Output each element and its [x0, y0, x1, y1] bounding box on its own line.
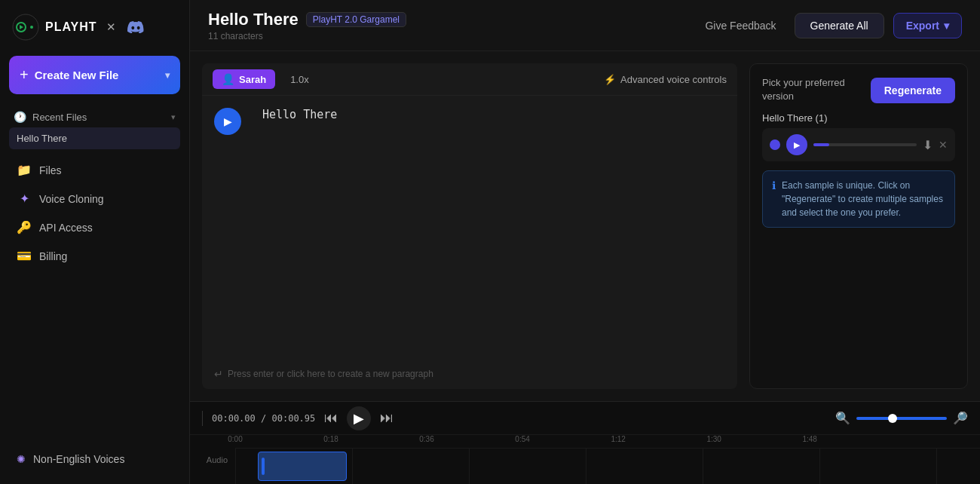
voice-person-icon: 👤 [222, 73, 234, 85]
track-ruler: 0:00 0:18 0:36 0:54 1:12 1:30 1:48 [235, 435, 980, 484]
files-icon: 📁 [17, 163, 32, 177]
skip-back-button[interactable]: ⏮ [324, 410, 338, 426]
version-play-icon: ▶ [794, 140, 800, 150]
advanced-voice-controls-button[interactable]: ⚡ Advanced voice controls [604, 74, 727, 85]
generate-all-button[interactable]: Generate All [795, 13, 884, 38]
zoom-out-button[interactable]: 🔍 [835, 411, 850, 425]
version-play-button[interactable]: ▶ [786, 134, 807, 155]
ruler-mark-1: 0:18 [323, 435, 338, 443]
zoom-slider[interactable] [856, 417, 947, 420]
main-content: Hello There PlayHT 2.0 Gargamel 11 chara… [190, 0, 980, 484]
files-label: Files [39, 164, 62, 176]
paragraph-hint-text: Press enter or click here to create a ne… [228, 369, 433, 379]
regenerate-button[interactable]: Regenerate [871, 78, 955, 103]
sidebar-item-voice-cloning[interactable]: ✦ Voice Cloning [9, 185, 180, 213]
ruler-mark-4: 1:12 [611, 435, 625, 443]
billing-label: Billing [39, 250, 67, 262]
api-label: API Access [39, 222, 93, 234]
logo-area: PLAYHT ✕ [0, 0, 189, 51]
voice-name: Sarah [239, 74, 266, 85]
text-block: 👤 Sarah 1.0x ⚡ Advanced voice controls ▶ [202, 63, 737, 389]
ruler-mark-0: 0:00 [228, 435, 242, 443]
zoom-out-icon: 🔍 [835, 412, 850, 424]
non-english-icon: ✺ [17, 453, 26, 465]
sidebar-bottom: ✺ Non-English Voices [0, 439, 189, 484]
create-button-chevron-icon: ▾ [165, 70, 170, 81]
download-icon: ⬇ [923, 138, 933, 152]
clock-icon: 🕐 [14, 111, 26, 123]
audio-waveform [262, 458, 265, 474]
audio-block[interactable] [258, 452, 348, 481]
pick-version-title: Pick your preferred version [762, 76, 863, 103]
svg-point-3 [30, 26, 33, 29]
discord-icon[interactable] [126, 17, 145, 37]
topbar-left: Hello There PlayHT 2.0 Gargamel 11 chara… [208, 10, 406, 41]
version-progress-bar[interactable] [813, 143, 917, 146]
recent-files-header[interactable]: 🕐 Recent Files ▾ [9, 106, 180, 126]
right-panel: Pick your preferred version Regenerate H… [749, 63, 968, 389]
version-download-button[interactable]: ⬇ [923, 138, 933, 152]
voice-selector[interactable]: 👤 Sarah [213, 69, 275, 89]
version-item-label: Hello There (1) [762, 112, 955, 124]
zoom-in-icon: 🔎 [953, 412, 968, 424]
text-editor-wrapper: ▶ Hello There [202, 96, 737, 362]
transport-play-icon: ▶ [354, 410, 364, 427]
plus-icon: + [20, 66, 29, 84]
time-total: 00:00.95 [271, 413, 315, 424]
zoom-controls: 🔍 🔎 [835, 411, 968, 425]
version-delete-button[interactable]: ✕ [939, 139, 948, 151]
version-radio[interactable] [770, 139, 780, 150]
text-editor-input[interactable]: Hello There [250, 96, 725, 201]
x-icon[interactable]: ✕ [103, 19, 120, 35]
feedback-button[interactable]: Give Feedback [696, 15, 785, 36]
export-label: Export [906, 20, 939, 32]
ruler-mark-5: 1:30 [706, 435, 721, 443]
editor-area: 👤 Sarah 1.0x ⚡ Advanced voice controls ▶ [190, 51, 980, 401]
ruler-mark-6: 1:48 [802, 435, 816, 443]
sidebar: PLAYHT ✕ + Create New File ▾ 🕐 Recent Fi… [0, 0, 190, 484]
sidebar-item-billing[interactable]: 💳 Billing [9, 242, 180, 270]
close-icon: ✕ [939, 139, 948, 151]
play-icon: ▶ [224, 115, 232, 127]
recent-files-section: 🕐 Recent Files ▾ Hello There [0, 102, 189, 155]
info-box: ℹ Each sample is unique. Click on "Regen… [762, 170, 955, 228]
skip-forward-icon: ⏭ [380, 410, 394, 426]
create-button-label: Create New File [35, 69, 119, 81]
return-icon: ↵ [214, 368, 223, 380]
track-content [235, 449, 980, 484]
timeline-controls: 00:00.00 / 00:00.95 ⏮ ▶ ⏭ 🔍 [190, 402, 980, 435]
recent-files-list: Hello There [9, 127, 180, 149]
transport-play-button[interactable]: ▶ [347, 406, 371, 430]
timeline-area: 00:00.00 / 00:00.95 ⏮ ▶ ⏭ 🔍 [190, 401, 980, 484]
create-new-file-button[interactable]: + Create New File ▾ [9, 56, 180, 94]
sidebar-item-non-english[interactable]: ✺ Non-English Voices [9, 446, 180, 472]
timeline-track-area: Audio 0:00 0:18 0:36 0:54 1:12 1:30 1:48 [190, 435, 980, 484]
export-button[interactable]: Export ▾ [893, 13, 962, 38]
editor-left: 👤 Sarah 1.0x ⚡ Advanced voice controls ▶ [202, 63, 737, 389]
skip-back-icon: ⏮ [324, 410, 338, 426]
info-text: Each sample is unique. Click on "Regener… [782, 179, 945, 219]
skip-forward-button[interactable]: ⏭ [380, 410, 394, 426]
version-playbar: ▶ ⬇ ✕ [762, 128, 955, 161]
zoom-in-button[interactable]: 🔎 [953, 411, 968, 425]
advanced-controls-label: Advanced voice controls [620, 74, 727, 85]
version-progress-fill [813, 143, 829, 146]
sidebar-item-files[interactable]: 📁 Files [9, 156, 180, 184]
voice-controls-bar: 👤 Sarah 1.0x ⚡ Advanced voice controls [202, 63, 737, 96]
info-icon: ℹ [772, 179, 776, 191]
api-icon: 🔑 [17, 220, 32, 234]
playht-logo-icon [12, 14, 39, 41]
recent-file-item[interactable]: Hello There [9, 127, 180, 149]
time-separator: / [261, 413, 271, 424]
logo-text: PLAYHT [45, 20, 97, 34]
timeline-divider [202, 411, 203, 426]
recent-files-chevron-icon: ▾ [171, 112, 176, 122]
speed-control[interactable]: 1.0x [284, 71, 315, 88]
paragraph-hint[interactable]: ↵ Press enter or click here to create a … [202, 362, 737, 389]
recent-files-label: Recent Files [32, 112, 87, 123]
play-segment-button[interactable]: ▶ [214, 108, 241, 135]
filter-icon: ⚡ [604, 74, 616, 85]
sidebar-item-api-access[interactable]: 🔑 API Access [9, 213, 180, 241]
ruler-mark-3: 0:54 [515, 435, 529, 443]
voice-cloning-label: Voice Cloning [39, 193, 104, 205]
